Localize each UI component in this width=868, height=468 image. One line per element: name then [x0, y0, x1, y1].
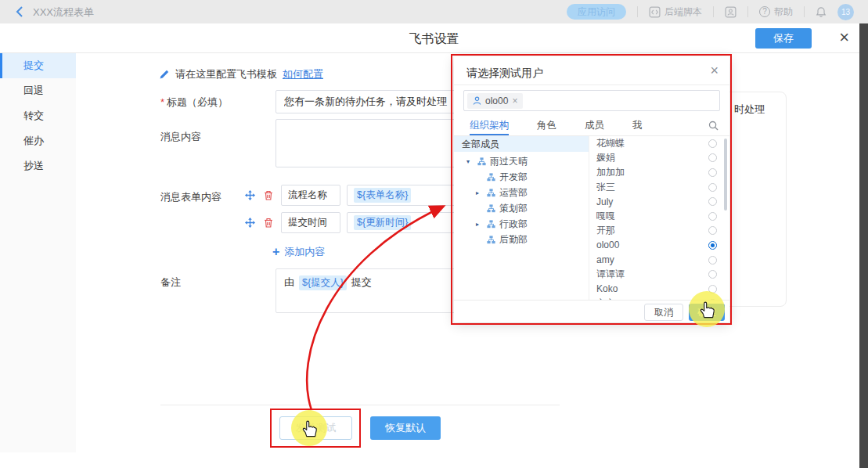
sidebar-item-rollback[interactable]: 回退 [0, 78, 76, 103]
org-icon [487, 173, 495, 182]
radio-unselected[interactable] [708, 153, 717, 162]
divider [747, 6, 748, 17]
radio-unselected[interactable] [708, 226, 717, 235]
tree-node[interactable]: ▸ 行政部 [454, 216, 589, 232]
member-row[interactable]: July [589, 194, 725, 209]
member-name: 媛娟 [596, 151, 615, 164]
member-name: amy [596, 254, 614, 265]
member-name: 谭谭谭 [596, 268, 625, 281]
field-key-input[interactable]: 提交时间 [281, 212, 340, 233]
remark-label: 备注 [160, 275, 181, 290]
tag-label: olo00 [485, 95, 508, 106]
expand-icon[interactable]: ▸ [476, 221, 487, 228]
delete-row-button[interactable] [262, 217, 275, 229]
move-handle[interactable] [243, 189, 256, 202]
tree-node-label: 雨过天晴 [490, 155, 528, 168]
tree-node[interactable]: 后勤部 [454, 232, 589, 247]
highlight-circle [689, 291, 725, 327]
topbar: XXX流程表单 应用访问 后端脚本 ? 帮助 13 [0, 0, 868, 23]
member-name: 加加加 [596, 166, 625, 179]
code-icon [649, 6, 661, 18]
tree-node[interactable]: ▾ 雨过天晴 [454, 153, 589, 169]
back-button[interactable] [16, 5, 28, 18]
contacts-button[interactable] [725, 6, 737, 18]
preview-partial-text: 时处理 [734, 103, 765, 117]
field-key-input[interactable]: 流程名称 [281, 185, 340, 206]
sidebar-item-transfer[interactable]: 转交 [0, 103, 76, 128]
variable-chip: ${表单名称} [354, 188, 411, 203]
tab-org-structure[interactable]: 组织架构 [470, 116, 509, 135]
avatar[interactable]: 13 [837, 4, 854, 20]
sidebar-item-cc[interactable]: 抄送 [0, 153, 76, 178]
member-row[interactable]: 媛娟 [589, 151, 725, 166]
tree-node[interactable]: 策划部 [454, 200, 589, 216]
tag-remove-icon[interactable]: × [512, 95, 517, 106]
tree-node[interactable]: ▸ 运营部 [454, 185, 589, 200]
notifications-button[interactable] [816, 6, 827, 18]
member-row[interactable]: 嘎嘎 [589, 209, 725, 224]
expand-icon[interactable]: ▸ [476, 189, 487, 196]
tab-role[interactable]: 角色 [537, 116, 556, 135]
tab-me[interactable]: 我 [632, 116, 643, 135]
radio-selected[interactable] [708, 241, 717, 250]
user-search-input[interactable]: olo00 × [463, 90, 720, 111]
tree-node-label: 开发部 [499, 171, 528, 184]
topbar-actions: 应用访问 后端脚本 ? 帮助 13 [567, 0, 854, 23]
selected-user-tag[interactable]: olo00 × [467, 93, 523, 109]
save-button[interactable]: 保存 [755, 28, 812, 49]
member-row[interactable]: amy [589, 253, 725, 268]
radio-unselected[interactable] [708, 139, 717, 148]
sidebar-item-submit[interactable]: 提交 [0, 53, 76, 78]
member-row[interactable]: 张三 [589, 180, 725, 195]
search-icon[interactable] [708, 120, 719, 134]
divider [454, 85, 729, 85]
topbar-title: XXX流程表单 [33, 5, 94, 20]
tree-node[interactable]: 开发部 [454, 169, 589, 185]
move-icon [244, 217, 256, 229]
message-label: 消息内容 [160, 130, 201, 144]
variable-chip: ${更新时间} [354, 215, 411, 230]
plus-icon: + [272, 245, 279, 259]
bell-icon [816, 6, 827, 18]
close-icon[interactable]: × [839, 26, 849, 49]
member-row[interactable]: 开那 [589, 224, 725, 239]
org-icon [487, 189, 495, 197]
radio-unselected[interactable] [708, 168, 717, 177]
scrollbar-thumb[interactable] [724, 139, 727, 211]
dialog-title: 请选择测试用户 [466, 67, 543, 81]
divider [160, 405, 560, 405]
member-row[interactable]: 花蝴蝶 [589, 136, 725, 151]
config-hint: 请在这里配置飞书模板 [175, 67, 277, 81]
member-row-selected[interactable]: olo00 [589, 238, 725, 253]
backend-script-label: 后端脚本 [665, 5, 702, 19]
sidebar-item-urge[interactable]: 催办 [0, 128, 76, 153]
help-button[interactable]: ? 帮助 [759, 5, 793, 19]
move-handle[interactable] [243, 217, 256, 229]
radio-unselected[interactable] [708, 183, 717, 192]
radio-unselected[interactable] [708, 256, 717, 265]
divider [637, 6, 638, 17]
how-to-config-link[interactable]: 如何配置 [283, 67, 323, 81]
tree-header-all-members[interactable]: 全部成员 [454, 136, 589, 152]
org-icon [487, 204, 495, 213]
radio-unselected[interactable] [708, 212, 717, 221]
radio-unselected[interactable] [708, 270, 717, 279]
member-name: 花蝴蝶 [596, 137, 625, 150]
member-row[interactable]: 加加加 [589, 165, 725, 180]
required-mark: * [160, 96, 164, 108]
radio-unselected[interactable] [708, 197, 717, 206]
expand-icon[interactable]: ▾ [466, 158, 477, 165]
add-content-label: 添加内容 [284, 245, 325, 259]
member-name: Koko [596, 283, 618, 294]
delete-row-button[interactable] [262, 189, 275, 202]
tree-node-label: 行政部 [499, 218, 528, 231]
member-row[interactable]: 谭谭谭 [589, 267, 725, 282]
tab-member[interactable]: 成员 [585, 116, 604, 135]
dialog-close-icon[interactable]: × [710, 63, 719, 79]
add-content-link[interactable]: + 添加内容 [272, 245, 325, 259]
app-access-button[interactable]: 应用访问 [567, 4, 626, 20]
cancel-button[interactable]: 取消 [644, 304, 683, 321]
restore-default-button[interactable]: 恢复默认 [370, 416, 441, 440]
backend-script-button[interactable]: 后端脚本 [649, 5, 702, 19]
member-list: 花蝴蝶 媛娟 加加加 张三 July 嘎嘎 开那 olo00 amy 谭谭谭 K… [589, 136, 725, 300]
